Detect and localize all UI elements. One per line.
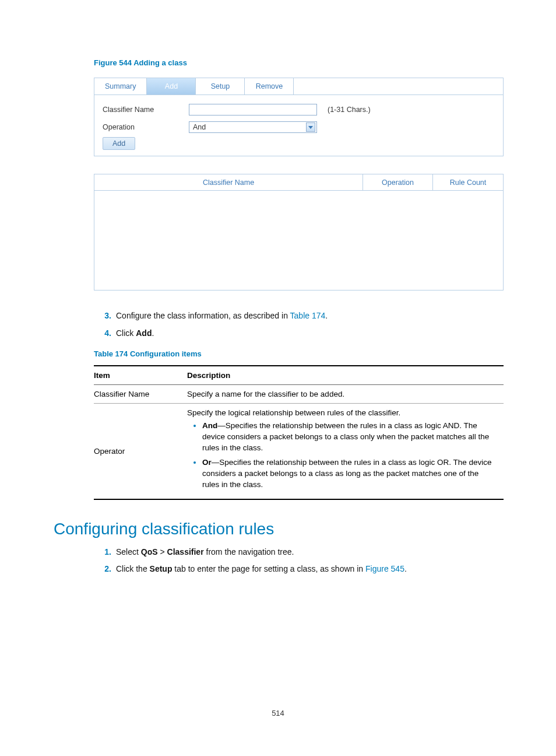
classifier-range-hint: (1-31 Chars.) — [328, 106, 371, 114]
steps-group-1: 3. Configure the class information, as d… — [94, 310, 504, 339]
add-button-row: Add — [103, 136, 495, 152]
s2-2-setup: Setup — [150, 564, 173, 573]
s2-2-b: tab to enter the page for setting a clas… — [172, 564, 365, 573]
step-3-number: 3. — [94, 310, 111, 322]
th-description: Description — [187, 366, 504, 385]
step-3: 3. Configure the class information, as d… — [94, 310, 504, 322]
row1-item: Classifier Name — [94, 385, 187, 404]
s2-1-classifier: Classifier — [167, 547, 204, 556]
tab-remove[interactable]: Remove — [245, 78, 294, 94]
table-174: Item Description Classifier Name Specify… — [94, 365, 504, 499]
step-2: 2. Click the Setup tab to enter the page… — [94, 564, 504, 575]
s2-1-qos: QoS — [141, 547, 158, 556]
page-number: 514 — [0, 709, 556, 718]
step-3-text: Configure the class information, as desc… — [116, 310, 504, 322]
step-3-text-a: Configure the class information, as desc… — [116, 311, 290, 320]
table-row: Classifier Name Specify a name for the c… — [94, 385, 504, 404]
step-4-number: 4. — [94, 328, 111, 340]
step-1-number: 1. — [94, 547, 111, 558]
step-4-text-a: Click — [116, 328, 136, 338]
s2-1-sep: > — [158, 547, 167, 556]
th-item: Item — [94, 366, 187, 385]
figure-panel: Summary Add Setup Remove Classifier Name… — [94, 78, 504, 290]
bullet-or-rest: —Specifies the relationship between the … — [202, 458, 492, 489]
step-4-bold: Add — [136, 328, 152, 338]
classifier-name-input[interactable] — [189, 104, 317, 116]
figure-caption: Figure 544 Adding a class — [94, 58, 504, 67]
step-4: 4. Click Add. — [94, 328, 504, 340]
tab-add[interactable]: Add — [147, 78, 196, 94]
step-4-text-b: . — [152, 328, 154, 338]
tab-spacer — [294, 78, 503, 94]
step-1: 1. Select QoS > Classifier from the navi… — [94, 547, 504, 558]
table-row: Operator Specify the logical relationshi… — [94, 404, 504, 499]
bullet-and-rest: —Specifies the relationship between the … — [202, 421, 489, 452]
step-2-text: Click the Setup tab to enter the page fo… — [116, 564, 504, 575]
row1-desc: Specify a name for the classifier to be … — [187, 385, 504, 404]
steps-group-2: 1. Select QoS > Classifier from the navi… — [94, 547, 504, 575]
results-table: Classifier Name Operation Rule Count — [94, 174, 504, 290]
bullet-and: And—Specifies the relationship between t… — [202, 421, 498, 454]
table-174-link[interactable]: Table 174 — [290, 311, 326, 320]
section-heading: Configuring classification rules — [54, 520, 504, 538]
operation-value: And — [193, 123, 206, 131]
col-rule-count[interactable]: Rule Count — [433, 174, 503, 190]
step-3-text-b: . — [325, 311, 328, 320]
operation-select[interactable]: And — [189, 121, 317, 133]
col-classifier-name[interactable]: Classifier Name — [94, 174, 363, 190]
bullet-and-bold: And — [202, 421, 217, 430]
step-1-text: Select QoS > Classifier from the navigat… — [116, 547, 504, 558]
results-header: Classifier Name Operation Rule Count — [94, 174, 503, 191]
row2-item: Operator — [94, 404, 187, 499]
row2-intro: Specify the logical relationship between… — [187, 408, 498, 417]
classifier-name-label: Classifier Name — [103, 106, 189, 114]
s2-1-a: Select — [116, 547, 141, 556]
step-2-number: 2. — [94, 564, 111, 575]
tab-setup[interactable]: Setup — [196, 78, 245, 94]
operation-label: Operation — [103, 123, 189, 131]
bullet-or: Or—Specifies the relationship between th… — [202, 457, 498, 491]
s2-1-c: from the navigation tree. — [204, 547, 294, 556]
step-4-text: Click Add. — [116, 328, 504, 340]
s2-2-c: . — [404, 564, 407, 573]
form-area: Classifier Name (1-31 Chars.) Operation … — [94, 95, 504, 156]
row2-desc: Specify the logical relationship between… — [187, 404, 504, 499]
bullet-or-bold: Or — [202, 458, 212, 467]
figure-545-link[interactable]: Figure 545 — [365, 564, 404, 573]
s2-2-a: Click the — [116, 564, 150, 573]
chevron-down-icon[interactable] — [306, 123, 315, 132]
tabs-row: Summary Add Setup Remove — [94, 78, 504, 95]
table-174-caption: Table 174 Configuration items — [94, 349, 504, 358]
col-operation[interactable]: Operation — [363, 174, 433, 190]
row-classifier-name: Classifier Name (1-31 Chars.) — [103, 101, 495, 118]
row-operation: Operation And — [103, 118, 495, 136]
add-button[interactable]: Add — [103, 137, 135, 150]
tab-summary[interactable]: Summary — [94, 78, 147, 94]
